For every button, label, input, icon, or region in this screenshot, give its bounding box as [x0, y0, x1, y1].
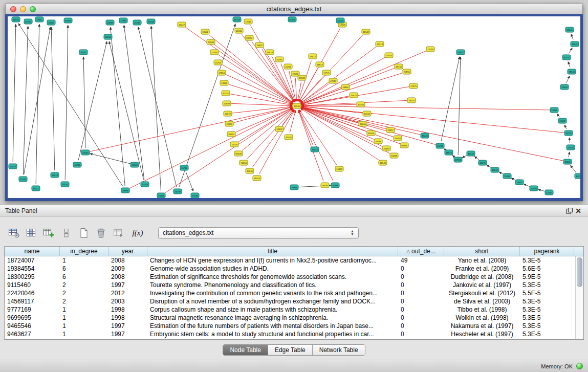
graph-node[interactable]: 18673: [445, 150, 453, 155]
graph-node[interactable]: 12219: [376, 41, 384, 47]
graph-node[interactable]: 16261: [284, 64, 292, 69]
graph-node[interactable]: 21247: [178, 22, 186, 27]
graph-node[interactable]: 16854: [341, 84, 350, 90]
graph-node[interactable]: 95011: [32, 186, 40, 191]
table-row[interactable]: 969969511998Structural magnetic resonanc…: [5, 314, 583, 322]
graph-node[interactable]: 18293: [73, 162, 81, 167]
graph-node[interactable]: 20531: [79, 50, 88, 55]
graph-node[interactable]: 81304: [288, 17, 296, 22]
graph-node[interactable]: 19565: [64, 18, 72, 23]
graph-node[interactable]: 16946: [331, 183, 339, 188]
graph-node[interactable]: 95015: [51, 172, 59, 178]
graph-node[interactable]: 22040: [359, 121, 367, 126]
graph-node[interactable]: 80965: [400, 143, 408, 148]
table-selector-dropdown[interactable]: citations_edges.txt ▲▼: [158, 227, 359, 239]
graph-node[interactable]: 92450: [530, 186, 538, 191]
tab-node-table[interactable]: Node Table: [223, 345, 268, 355]
window-titlebar[interactable]: citations_edges.txt: [5, 3, 583, 14]
graph-node[interactable]: 12764: [210, 50, 219, 55]
column-header-pagerank[interactable]: pagerank: [520, 247, 574, 256]
graph-node[interactable]: 12543: [244, 19, 252, 24]
graph-node[interactable]: 16543: [558, 118, 567, 123]
graph-node[interactable]: 97046: [285, 135, 293, 140]
graph-node[interactable]: 42751: [222, 91, 230, 96]
graph-node[interactable]: 17854: [217, 70, 226, 75]
graph-node[interactable]: 18415: [565, 27, 574, 32]
graph-node[interactable]: 20534: [104, 34, 112, 39]
delete-button[interactable]: [94, 226, 108, 240]
graph-node[interactable]: 18124: [560, 84, 569, 90]
tab-network-table[interactable]: Network Table: [313, 345, 365, 355]
network-view-canvas[interactable]: 2124718602226081276414204178541995542751…: [8, 16, 580, 198]
table-row[interactable]: 1456911722003Disruption of a novel membe…: [5, 297, 583, 305]
graph-node[interactable]: 17999: [119, 18, 127, 23]
graph-node[interactable]: 20609: [130, 162, 139, 167]
graph-node[interactable]: 16575: [478, 160, 487, 165]
graph-node[interactable]: 17875: [409, 83, 418, 89]
graph-node[interactable]: 18775: [407, 98, 416, 103]
graph-node[interactable]: 17103: [567, 145, 575, 150]
column-header-in_degree[interactable]: in_degree: [60, 247, 108, 256]
graph-node[interactable]: 11548: [362, 29, 370, 34]
graph-node[interactable]: 22608: [207, 39, 215, 45]
graph-node[interactable]: 20689: [223, 101, 231, 106]
graph-node[interactable]: 83274: [245, 35, 253, 40]
graph-node[interactable]: 96115: [367, 130, 375, 136]
table-row[interactable]: 1938455462009Genome-wide association stu…: [5, 265, 583, 273]
graph-node[interactable]: 18839: [106, 20, 114, 25]
graph-node[interactable]: 16450: [563, 159, 572, 164]
zoom-button[interactable]: [30, 6, 36, 12]
graph-node[interactable]: 15723: [233, 17, 241, 22]
table-row[interactable]: 946362711997Embryonic stem cells: a mode…: [5, 330, 583, 338]
graph-node[interactable]: 16768: [436, 143, 444, 148]
graph-node[interactable]: 16046: [374, 139, 382, 144]
graph-node[interactable]: 14618: [266, 50, 274, 55]
column-header-out_de[interactable]: △out_de...: [398, 247, 444, 256]
graph-node[interactable]: 11519: [19, 177, 27, 182]
graph-node[interactable]: 18941: [35, 17, 43, 22]
graph-node[interactable]: 14204: [214, 60, 222, 65]
column-header-year[interactable]: year: [108, 247, 147, 256]
graph-node[interactable]: 18543: [568, 69, 576, 74]
table-row[interactable]: 1830029562008Estimation of significance …: [5, 273, 583, 281]
graph-node[interactable]: 19734: [395, 64, 403, 69]
graph-node[interactable]: 95314: [253, 176, 261, 181]
function-builder-button[interactable]: f(x): [129, 226, 146, 240]
close-button[interactable]: [10, 6, 16, 12]
graph-node[interactable]: 20948: [290, 185, 298, 190]
graph-node[interactable]: 10674: [350, 93, 358, 98]
float-panel-button[interactable]: [564, 206, 574, 215]
minimize-button[interactable]: [20, 6, 26, 12]
graph-node[interactable]: 76254: [239, 160, 248, 165]
graph-node[interactable]: 65812: [316, 62, 324, 67]
row-height-button[interactable]: [59, 226, 73, 240]
graph-node[interactable]: 16942: [515, 180, 524, 185]
import-table-button[interactable]: [112, 226, 125, 240]
graph-node[interactable]: 17973: [385, 53, 393, 58]
graph-node[interactable]: 16647: [456, 50, 465, 55]
graph-node[interactable]: 19469: [157, 193, 165, 198]
graph-node[interactable]: 28673: [227, 132, 235, 137]
graph-node[interactable]: 17240: [293, 103, 301, 108]
graph-node[interactable]: 10023: [9, 164, 17, 169]
graph-node[interactable]: 17771: [322, 70, 331, 75]
graph-node[interactable]: 18141: [491, 167, 499, 172]
graph-node[interactable]: 18957: [386, 127, 395, 133]
graph-node[interactable]: 19130: [61, 182, 69, 187]
graph-node[interactable]: 15953: [503, 173, 511, 179]
graph-node[interactable]: 18030: [321, 183, 329, 188]
graph-node[interactable]: 74850: [403, 69, 411, 74]
table-scrollbar[interactable]: [575, 256, 583, 339]
graph-node[interactable]: 12148: [379, 160, 387, 165]
table-row[interactable]: 2242004622012Investigating the contribut…: [5, 289, 583, 297]
graph-node[interactable]: 18602: [201, 29, 209, 34]
graph-node[interactable]: 25493: [382, 146, 390, 151]
graph-node[interactable]: 15582: [298, 75, 306, 80]
graph-node[interactable]: 30672: [224, 111, 232, 116]
graph-node[interactable]: 21909: [24, 19, 32, 24]
graph-node[interactable]: 15440: [421, 133, 429, 138]
graph-node[interactable]: 18124: [336, 18, 344, 23]
tab-edge-table[interactable]: Edge Table: [268, 345, 313, 355]
graph-node[interactable]: 32281: [275, 57, 284, 62]
graph-node[interactable]: 16209: [173, 189, 182, 194]
